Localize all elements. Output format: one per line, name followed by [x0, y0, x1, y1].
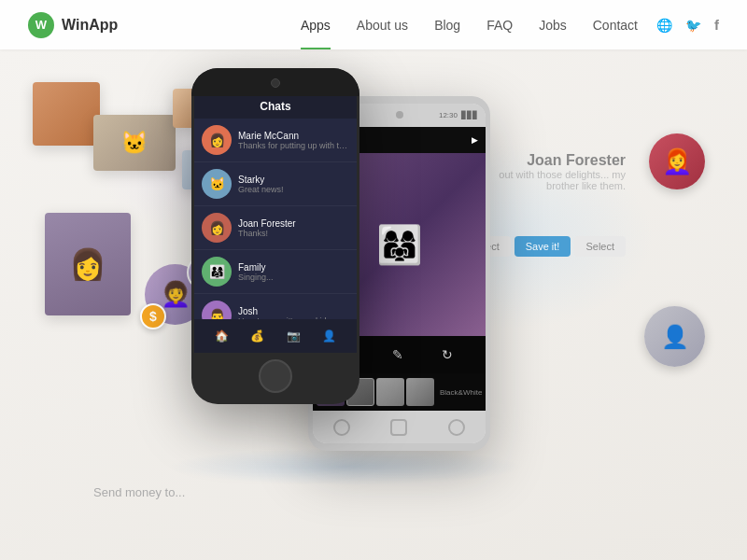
nav-jobs[interactable]: Jobs [539, 18, 567, 33]
hero-scene: 🐱 👩 👩‍🦱 👦 $ Send money to... 👩‍🦰 👤 Joan … [0, 49, 747, 560]
recent-button[interactable] [448, 419, 465, 436]
nav-icons: 🌐 🐦 f [656, 17, 719, 33]
film-thumb-4[interactable] [406, 378, 434, 406]
chat-item-4[interactable]: 👨‍👩‍👧 Family Singing... [194, 250, 357, 294]
chat-info-2: Starky Great news! [238, 175, 349, 194]
rotate-icon[interactable]: ↻ [442, 347, 453, 362]
main-nav: Apps About us Blog FAQ Jobs Contact [301, 18, 638, 33]
send-money-tab-icon[interactable]: 💰 [250, 329, 264, 343]
phone-screen-left: Chats 👩 Marie McCann Thanks for putting … [194, 94, 357, 353]
phone-left: Chats 👩 Marie McCann Thanks for putting … [191, 68, 359, 404]
time-display: 12:30 [439, 111, 458, 119]
home-tab-icon[interactable]: 🏠 [215, 329, 229, 343]
avatar-family: 👨‍👩‍👧 [202, 257, 232, 287]
chat-msg-3: Thanks! [238, 229, 349, 238]
twitter-icon[interactable]: 🐦 [685, 18, 701, 33]
photos-tab-icon[interactable]: 📷 [287, 329, 301, 343]
arrow-icon[interactable]: ▶ [472, 135, 478, 145]
chat-item-1[interactable]: 👩 Marie McCann Thanks for putting up wit… [194, 119, 357, 162]
film-thumb-3[interactable] [376, 378, 404, 406]
save-button[interactable]: Save it! [514, 236, 571, 257]
right-avatar-grey: 👤 [644, 306, 705, 367]
chat-info-4: Family Singing... [238, 262, 349, 282]
signal-icon: ▊▊▊ [461, 111, 478, 119]
nav-blog[interactable]: Blog [434, 18, 460, 33]
chat-header: Chats [194, 94, 357, 119]
back-button[interactable] [333, 419, 350, 436]
nav-contact[interactable]: Contact [593, 18, 638, 33]
nav-about[interactable]: About us [357, 18, 408, 33]
facebook-icon[interactable]: f [714, 17, 719, 33]
money-badge: $ [140, 303, 166, 329]
logo-icon: W [28, 12, 54, 38]
phone-right-camera [396, 111, 403, 119]
floating-photo-cat: 🐱 [93, 115, 176, 171]
chat-msg-2: Great news! [238, 185, 349, 194]
chat-name-2: Starky [238, 175, 349, 185]
chat-title: Chats [260, 100, 290, 113]
header: W WinApp Apps About us Blog FAQ Jobs Con… [0, 0, 747, 49]
joan-info: Joan Forester out with those delights...… [495, 152, 626, 191]
avatar-joan: 👩 [202, 213, 232, 243]
home-button-right[interactable] [390, 419, 407, 436]
floating-photo-1 [33, 82, 100, 146]
joan-name: Joan Forester [495, 152, 626, 169]
chat-msg-1: Thanks for putting up with those deli... [238, 141, 349, 150]
select-button[interactable]: Select [574, 236, 626, 257]
edit-icon[interactable]: ✎ [392, 347, 403, 362]
chat-list: 👩 Marie McCann Thanks for putting up wit… [194, 119, 357, 353]
filter-label: Black&White [436, 388, 482, 397]
logo-area: W WinApp [28, 12, 118, 38]
chat-name-4: Family [238, 262, 349, 273]
joan-desc: out with those delights... my brother li… [495, 169, 626, 191]
nav-apps[interactable]: Apps [301, 18, 331, 33]
home-button[interactable] [259, 359, 292, 393]
chat-bottom-bar: 🏠 💰 📷 👤 [194, 319, 357, 353]
send-money-text: Send money to... [93, 485, 185, 499]
chat-info-1: Marie McCann Thanks for putting up with … [238, 131, 349, 150]
avatar-starky: 🐱 [202, 169, 232, 199]
chat-msg-4: Singing... [238, 273, 349, 282]
chat-name-5: Josh [238, 306, 349, 316]
chat-name-1: Marie McCann [238, 131, 349, 141]
chat-name-3: Joan Forester [238, 218, 349, 229]
avatar-marie: 👩 [202, 125, 232, 155]
phone-right-bottom-bar [313, 411, 486, 443]
right-avatar-red: 👩‍🦰 [649, 133, 705, 189]
floating-photo-5: 👩 [45, 213, 131, 315]
phone-camera [271, 78, 280, 88]
nav-faq[interactable]: FAQ [486, 18, 513, 33]
logo-text: WinApp [62, 17, 118, 34]
chat-item-2[interactable]: 🐱 Starky Great news! [194, 162, 357, 206]
chat-info-3: Joan Forester Thanks! [238, 218, 349, 238]
globe-icon[interactable]: 🌐 [656, 18, 672, 33]
profile-tab-icon[interactable]: 👤 [322, 329, 336, 343]
phone-shadow [168, 448, 523, 485]
chat-item-3[interactable]: 👩 Joan Forester Thanks! [194, 206, 357, 250]
